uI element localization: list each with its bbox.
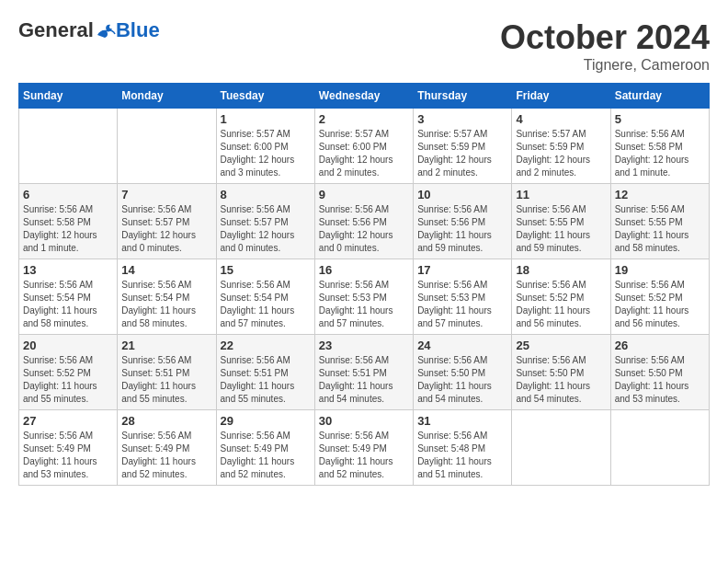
title-block: October 2024 Tignere, Cameroon: [500, 18, 710, 74]
day-number: 28: [121, 414, 211, 428]
day-info: Sunrise: 5:56 AMSunset: 5:51 PMDaylight:…: [121, 354, 211, 406]
day-number: 13: [23, 263, 113, 277]
calendar-cell: 10Sunrise: 5:56 AMSunset: 5:56 PMDayligh…: [414, 184, 512, 259]
calendar-cell: 27Sunrise: 5:56 AMSunset: 5:49 PMDayligh…: [19, 410, 118, 486]
day-number: 8: [221, 188, 311, 201]
calendar-cell: 2Sunrise: 5:57 AMSunset: 6:00 PMDaylight…: [314, 109, 413, 184]
day-info: Sunrise: 5:56 AMSunset: 5:57 PMDaylight:…: [221, 203, 311, 255]
day-info: Sunrise: 5:56 AMSunset: 5:54 PMDaylight:…: [121, 279, 211, 330]
day-info: Sunrise: 5:56 AMSunset: 5:51 PMDaylight:…: [221, 354, 311, 406]
day-info: Sunrise: 5:56 AMSunset: 5:54 PMDaylight:…: [23, 279, 113, 330]
day-info: Sunrise: 5:56 AMSunset: 5:58 PMDaylight:…: [23, 203, 113, 255]
calendar-cell: 24Sunrise: 5:56 AMSunset: 5:50 PMDayligh…: [414, 335, 512, 410]
day-info: Sunrise: 5:57 AMSunset: 5:59 PMDaylight:…: [516, 128, 606, 179]
day-info: Sunrise: 5:57 AMSunset: 6:00 PMDaylight:…: [319, 128, 409, 179]
calendar-cell: 31Sunrise: 5:56 AMSunset: 5:48 PMDayligh…: [414, 410, 512, 486]
calendar-cell: 18Sunrise: 5:56 AMSunset: 5:52 PMDayligh…: [512, 259, 610, 335]
day-info: Sunrise: 5:56 AMSunset: 5:50 PMDaylight:…: [417, 354, 507, 406]
day-number: 30: [319, 414, 409, 428]
day-number: 25: [516, 339, 606, 352]
calendar-cell: 12Sunrise: 5:56 AMSunset: 5:55 PMDayligh…: [610, 184, 709, 259]
day-info: Sunrise: 5:56 AMSunset: 5:50 PMDaylight:…: [615, 354, 705, 406]
day-number: 9: [319, 188, 409, 201]
day-info: Sunrise: 5:56 AMSunset: 5:56 PMDaylight:…: [417, 203, 507, 255]
weekday-header-monday: Monday: [118, 84, 216, 109]
calendar-cell: 3Sunrise: 5:57 AMSunset: 5:59 PMDaylight…: [414, 109, 512, 184]
day-number: 12: [615, 188, 705, 201]
day-info: Sunrise: 5:57 AMSunset: 6:00 PMDaylight:…: [221, 128, 311, 179]
location-subtitle: Tignere, Cameroon: [500, 57, 710, 74]
day-info: Sunrise: 5:56 AMSunset: 5:55 PMDaylight:…: [615, 203, 705, 255]
calendar-cell: 17Sunrise: 5:56 AMSunset: 5:53 PMDayligh…: [414, 259, 512, 335]
day-number: 5: [615, 112, 705, 126]
calendar-cell: 29Sunrise: 5:56 AMSunset: 5:49 PMDayligh…: [216, 410, 314, 486]
day-number: 3: [417, 112, 507, 126]
day-info: Sunrise: 5:56 AMSunset: 5:49 PMDaylight:…: [23, 430, 113, 481]
day-info: Sunrise: 5:56 AMSunset: 5:48 PMDaylight:…: [417, 430, 507, 481]
day-info: Sunrise: 5:56 AMSunset: 5:53 PMDaylight:…: [319, 279, 409, 330]
logo-blue-text: Blue: [116, 18, 160, 42]
weekday-header-tuesday: Tuesday: [216, 84, 314, 109]
calendar-cell: 21Sunrise: 5:56 AMSunset: 5:51 PMDayligh…: [118, 335, 216, 410]
month-title: October 2024: [500, 18, 710, 57]
calendar-cell: 13Sunrise: 5:56 AMSunset: 5:54 PMDayligh…: [19, 259, 118, 335]
day-info: Sunrise: 5:56 AMSunset: 5:56 PMDaylight:…: [319, 203, 409, 255]
calendar-cell: [610, 410, 709, 486]
day-number: 15: [221, 263, 311, 277]
day-number: 26: [615, 339, 705, 352]
calendar-cell: 6Sunrise: 5:56 AMSunset: 5:58 PMDaylight…: [19, 184, 118, 259]
calendar-cell: 7Sunrise: 5:56 AMSunset: 5:57 PMDaylight…: [118, 184, 216, 259]
calendar-cell: 22Sunrise: 5:56 AMSunset: 5:51 PMDayligh…: [216, 335, 314, 410]
day-number: 2: [319, 112, 409, 126]
day-number: 11: [516, 188, 606, 201]
day-number: 18: [516, 263, 606, 277]
weekday-header-wednesday: Wednesday: [314, 84, 413, 109]
calendar-cell: 11Sunrise: 5:56 AMSunset: 5:55 PMDayligh…: [512, 184, 610, 259]
day-number: 14: [121, 263, 211, 277]
calendar-cell: 30Sunrise: 5:56 AMSunset: 5:49 PMDayligh…: [314, 410, 413, 486]
calendar-cell: 25Sunrise: 5:56 AMSunset: 5:50 PMDayligh…: [512, 335, 610, 410]
day-number: 10: [417, 188, 507, 201]
calendar-cell: 28Sunrise: 5:56 AMSunset: 5:49 PMDayligh…: [118, 410, 216, 486]
day-info: Sunrise: 5:56 AMSunset: 5:58 PMDaylight:…: [615, 128, 705, 179]
calendar-cell: [19, 109, 118, 184]
calendar-cell: 15Sunrise: 5:56 AMSunset: 5:54 PMDayligh…: [216, 259, 314, 335]
day-info: Sunrise: 5:56 AMSunset: 5:49 PMDaylight:…: [319, 430, 409, 481]
day-number: 6: [23, 188, 113, 201]
logo-bird-icon: [96, 22, 116, 39]
calendar-cell: [512, 410, 610, 486]
logo: General Blue: [18, 18, 160, 42]
day-number: 21: [121, 339, 211, 352]
calendar-cell: 5Sunrise: 5:56 AMSunset: 5:58 PMDaylight…: [610, 109, 709, 184]
day-number: 22: [221, 339, 311, 352]
day-number: 24: [417, 339, 507, 352]
logo-general-text: General: [18, 18, 94, 42]
page-header: General Blue October 2024 Tignere, Camer…: [18, 18, 710, 74]
calendar-cell: 9Sunrise: 5:56 AMSunset: 5:56 PMDaylight…: [314, 184, 413, 259]
day-info: Sunrise: 5:56 AMSunset: 5:53 PMDaylight:…: [417, 279, 507, 330]
day-number: 29: [221, 414, 311, 428]
day-info: Sunrise: 5:56 AMSunset: 5:50 PMDaylight:…: [516, 354, 606, 406]
day-number: 7: [121, 188, 211, 201]
weekday-header-thursday: Thursday: [414, 84, 512, 109]
calendar-cell: 4Sunrise: 5:57 AMSunset: 5:59 PMDaylight…: [512, 109, 610, 184]
day-info: Sunrise: 5:56 AMSunset: 5:52 PMDaylight:…: [23, 354, 113, 406]
calendar-cell: [118, 109, 216, 184]
day-number: 17: [417, 263, 507, 277]
day-number: 1: [221, 112, 311, 126]
calendar-cell: 14Sunrise: 5:56 AMSunset: 5:54 PMDayligh…: [118, 259, 216, 335]
day-number: 4: [516, 112, 606, 126]
day-info: Sunrise: 5:57 AMSunset: 5:59 PMDaylight:…: [417, 128, 507, 179]
day-info: Sunrise: 5:56 AMSunset: 5:52 PMDaylight:…: [615, 279, 705, 330]
calendar-cell: 26Sunrise: 5:56 AMSunset: 5:50 PMDayligh…: [610, 335, 709, 410]
day-number: 19: [615, 263, 705, 277]
day-info: Sunrise: 5:56 AMSunset: 5:49 PMDaylight:…: [121, 430, 211, 481]
calendar-cell: 1Sunrise: 5:57 AMSunset: 6:00 PMDaylight…: [216, 109, 314, 184]
calendar-cell: 19Sunrise: 5:56 AMSunset: 5:52 PMDayligh…: [610, 259, 709, 335]
calendar-cell: 16Sunrise: 5:56 AMSunset: 5:53 PMDayligh…: [314, 259, 413, 335]
day-info: Sunrise: 5:56 AMSunset: 5:57 PMDaylight:…: [121, 203, 211, 255]
day-info: Sunrise: 5:56 AMSunset: 5:52 PMDaylight:…: [516, 279, 606, 330]
day-number: 23: [319, 339, 409, 352]
calendar-cell: 8Sunrise: 5:56 AMSunset: 5:57 PMDaylight…: [216, 184, 314, 259]
day-number: 31: [417, 414, 507, 428]
